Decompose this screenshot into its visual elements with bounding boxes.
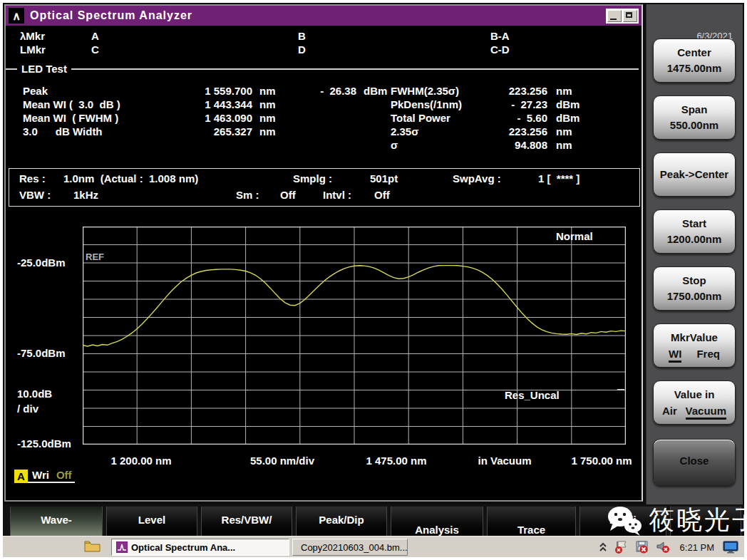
mkr-d: D [298, 43, 490, 56]
tab-res-vbw[interactable]: Res/VBW/ [201, 507, 292, 536]
row-value: 265.327 [181, 125, 252, 138]
analysis-row-fwhm: FWHM(2.35σ) 223.256 nm [391, 84, 579, 98]
tab-label: Analysis [391, 517, 483, 536]
start-button[interactable]: Start 1200.00nm [653, 209, 736, 254]
button-label: Value in [654, 388, 735, 400]
window-controls [606, 9, 639, 24]
analysis-left-block: Peak 1 559.700 nm - 26.38 dBm Mean WI ( … [23, 84, 387, 138]
marker-row-level: LMkr C D C-D [6, 43, 647, 56]
spectrum-plot [83, 227, 626, 445]
trace-a-badge: A [14, 470, 28, 483]
osa-window: ∧ Optical Spectrum Analyzer λMkr A B B-A… [4, 4, 643, 502]
tab-application[interactable]: Appli [579, 507, 666, 536]
value-in-toggle-button[interactable]: Value in Air Vacuum [653, 380, 736, 425]
analysis-row-pkdens: PkDens(/1nm) - 27.23 dBm [391, 98, 579, 111]
rule-line [71, 68, 639, 70]
analysis-row-sigma: σ 94.808 nm [391, 138, 579, 152]
screenshot-frame: ∧ Optical Spectrum Analyzer λMkr A B B-A… [0, 0, 747, 560]
tab-wave[interactable]: Wave- [10, 507, 103, 536]
x-axis-center-label: 1 475.00 nm [366, 455, 426, 467]
res-value: 1.0nm (Actual : 1.008 nm) [63, 172, 198, 185]
app-icon-glyph: ∧ [12, 9, 21, 23]
x-axis-start-label: 1 200.00 nm [110, 455, 171, 467]
close-button[interactable]: Close [653, 439, 736, 486]
spectrum-plot-svg [83, 227, 626, 445]
y-axis-label-bottom: -125.0dBm [17, 437, 71, 450]
row-unit: nm [547, 138, 572, 152]
taskbar-task-osa[interactable]: Optical Spectrum Ana... [111, 539, 289, 556]
flag-error-icon[interactable] [613, 540, 629, 554]
row-value: - 27.23 [490, 98, 547, 111]
row-value: 1 559.700 [181, 84, 252, 98]
trace-mode-label: Normal [556, 230, 593, 242]
mkr-label: λMkr [20, 30, 91, 42]
row-unit: nm [252, 84, 285, 98]
analysis-right-block: FWHM(2.35σ) 223.256 nm PkDens(/1nm) - 27… [391, 84, 579, 152]
button-label: Span [654, 103, 735, 115]
title-bar[interactable]: ∧ Optical Spectrum Analyzer [6, 6, 642, 26]
row-value: 1 443.344 [181, 98, 252, 111]
desktop: ∧ Optical Spectrum Analyzer λMkr A B B-A… [3, 3, 744, 557]
vbw-label: VBW : [19, 189, 51, 201]
button-label: Stop [654, 274, 735, 286]
tab-label: Trace [488, 517, 575, 536]
maximize-button[interactable] [623, 10, 637, 22]
center-button[interactable]: Center 1475.00nm [653, 38, 736, 83]
sm-value: Off [280, 189, 296, 201]
mkr-a: A [91, 30, 298, 42]
x-axis-medium-label: in Vacuum [478, 455, 531, 467]
res-uncal-tick [617, 389, 624, 390]
marker-row-wavelength: λMkr A B B-A [6, 30, 647, 42]
row-extra-value: - 26.38 [285, 84, 356, 98]
mkr-c-d: C-D [490, 43, 647, 56]
osa-content: λMkr A B B-A LMkr C D C-D LED Test Peak [6, 26, 642, 500]
row-value: 94.808 [490, 138, 547, 152]
row-value: 223.256 [490, 125, 547, 138]
row-label: σ [391, 138, 490, 152]
smplg-value: 501pt [370, 172, 398, 185]
minimize-button[interactable] [607, 10, 622, 22]
row-unit: nm [252, 111, 285, 125]
row-unit: nm [547, 84, 572, 98]
option-frequency[interactable]: Freq [696, 348, 720, 363]
button-value: 550.00nm [654, 119, 735, 131]
trace-off-label: Off [56, 469, 72, 481]
option-wavelength[interactable]: WI [669, 348, 681, 363]
option-vacuum[interactable]: Vacuum [686, 405, 727, 420]
span-button[interactable]: Span 550.00nm [653, 95, 736, 140]
sweep-settings-box: Res : 1.0nm (Actual : 1.008 nm) Smplg : … [9, 168, 640, 207]
chevron-up-icon[interactable] [599, 541, 607, 553]
button-label: Close [654, 440, 735, 482]
analysis-row-dbwidth: 3.0 dB Width 265.327 nm [23, 125, 387, 138]
x-axis-scale-label: 55.00 nm/div [250, 455, 314, 467]
tab-analysis[interactable]: Analysis [391, 507, 483, 536]
folder-icon[interactable] [84, 539, 101, 554]
softkey-panel: 6/3/2021 18:21:50 Center 1475.00nm Span … [646, 4, 743, 507]
disk-error-icon[interactable] [634, 540, 650, 554]
row-unit: nm [252, 98, 285, 111]
clock[interactable]: 6:21 PM [680, 542, 714, 553]
button-label: Center [654, 46, 735, 58]
analysis-row-meanwl-fwhm: Mean WI ( FWHM ) 1 463.090 nm [23, 111, 387, 125]
intvl-value: Off [374, 189, 390, 201]
tab-peak-dip[interactable]: Peak/Dip [296, 507, 387, 536]
peak-to-center-button[interactable]: Peak->Center [653, 152, 736, 197]
swpavg-value: 1 [ **** ] [538, 172, 579, 185]
y-axis-scale-line2: / div [17, 403, 38, 415]
tab-level[interactable]: Level [106, 507, 197, 536]
analysis-section-header: LED Test [6, 63, 639, 75]
row-label: PkDens(/1nm) [391, 98, 490, 111]
stop-button[interactable]: Stop 1750.00nm [653, 266, 736, 311]
marker-value-toggle-button[interactable]: MkrValue WI Freq [653, 323, 736, 368]
analysis-section-title: LED Test [21, 63, 67, 75]
speaker-muted-icon[interactable] [656, 540, 671, 554]
maximize-icon [626, 12, 632, 18]
display-icon[interactable] [723, 540, 738, 554]
row-label: Mean WI ( FWHM ) [23, 111, 181, 125]
taskbar-task-image[interactable]: Copy20210603_004.bm... [292, 539, 408, 556]
tab-label: Peak/Dip [297, 507, 386, 534]
option-air[interactable]: Air [662, 405, 677, 420]
button-label: MkrValue [654, 331, 735, 343]
tab-trace[interactable]: Trace [487, 507, 576, 536]
button-value: 1750.00nm [654, 290, 735, 302]
